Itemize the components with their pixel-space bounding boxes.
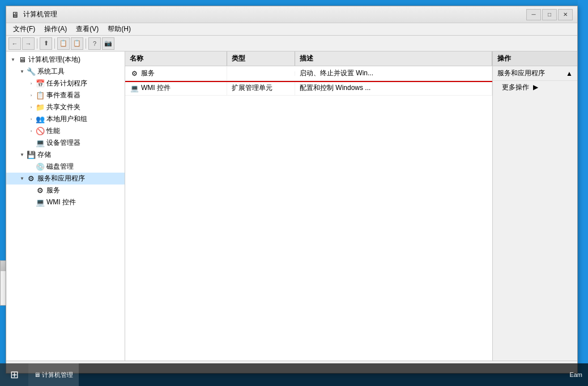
sidebar-item-performance[interactable]: › 🚫 性能 bbox=[6, 125, 125, 137]
row-services-name: ⚙ 服务 bbox=[125, 66, 227, 80]
sidebar-item-root[interactable]: ▼ 🖥 计算机管理(本地) bbox=[6, 54, 125, 66]
row-services-type bbox=[227, 71, 295, 76]
disk-management-icon: 💿 bbox=[36, 162, 45, 171]
sidebar-item-event-viewer[interactable]: › 📋 事件查看器 bbox=[6, 89, 125, 101]
row-wmi-desc: 配置和控制 Windows ... bbox=[295, 81, 492, 95]
sidebar-item-task-scheduler[interactable]: › 📅 任务计划程序 bbox=[6, 78, 125, 89]
sidebar-item-system-tools[interactable]: ▼ 🔧 系统工具 bbox=[6, 66, 125, 78]
minimize-button[interactable]: ─ bbox=[526, 9, 541, 20]
up-button[interactable]: ⬆ bbox=[40, 37, 52, 50]
task-scheduler-toggle: › bbox=[27, 79, 36, 88]
right-panel-section1-icon: ▲ bbox=[566, 70, 573, 78]
services-label: 服务 bbox=[46, 186, 60, 195]
right-panel-header: 操作 bbox=[493, 52, 577, 66]
wmi-toggle bbox=[27, 198, 36, 207]
services-apps-toggle: ▼ bbox=[18, 174, 27, 183]
taskbar-time: Eam bbox=[569, 371, 582, 378]
storage-toggle: ▼ bbox=[18, 151, 27, 160]
sidebar-item-device-manager[interactable]: 💻 设备管理器 bbox=[6, 137, 125, 149]
window-controls: ─ □ ✕ bbox=[526, 9, 573, 20]
performance-label: 性能 bbox=[46, 126, 60, 136]
start-button[interactable]: ⊞ bbox=[0, 363, 28, 386]
list-row-wmi[interactable]: 💻 WMI 控件 扩展管理单元 配置和控制 Windows ... bbox=[125, 81, 492, 96]
sidebar-item-disk-management[interactable]: 💿 磁盘管理 bbox=[6, 161, 125, 173]
event-viewer-label: 事件查看器 bbox=[46, 91, 80, 100]
device-manager-label: 设备管理器 bbox=[46, 138, 80, 148]
shared-folders-label: 共享文件夹 bbox=[46, 102, 80, 112]
performance-toggle: › bbox=[27, 127, 36, 136]
toolbar-separator-1 bbox=[37, 38, 37, 49]
desktop-right-strip bbox=[578, 0, 588, 363]
sidebar-item-wmi[interactable]: 💻 WMI 控件 bbox=[6, 196, 125, 208]
local-users-toggle: › bbox=[27, 115, 36, 124]
services-apps-label: 服务和应用程序 bbox=[37, 174, 85, 183]
sidebar-tree: ▼ 🖥 计算机管理(本地) ▼ 🔧 系统工具 › 📅 任务计划程序 › 📋 事件… bbox=[6, 52, 125, 361]
main-window: 🖥 计算机管理 ─ □ ✕ 文件(F) 操作(A) 查看(V) 帮助(H) ← … bbox=[6, 6, 578, 374]
title-bar-left: 🖥 计算机管理 bbox=[11, 10, 57, 19]
menu-action[interactable]: 操作(A) bbox=[40, 23, 71, 35]
task-scheduler-icon: 📅 bbox=[36, 79, 45, 88]
sidebar-item-shared-folders[interactable]: › 📁 共享文件夹 bbox=[6, 101, 125, 113]
local-users-label: 本地用户和组 bbox=[46, 114, 87, 124]
right-panel-title: 操作 bbox=[497, 54, 511, 63]
right-panel-services-apps-item[interactable]: 服务和应用程序 ▲ bbox=[493, 66, 577, 81]
toolbar-separator-2 bbox=[54, 38, 55, 49]
device-manager-icon: 💻 bbox=[36, 139, 45, 148]
right-panel: 操作 服务和应用程序 ▲ 更多操作 ▶ bbox=[492, 52, 577, 361]
storage-icon: 💾 bbox=[27, 151, 36, 160]
forward-button[interactable]: → bbox=[22, 37, 35, 50]
maximize-button[interactable]: □ bbox=[542, 9, 557, 20]
toolbar-separator-3 bbox=[86, 38, 86, 49]
close-button[interactable]: ✕ bbox=[558, 9, 573, 20]
row-wmi-type: 扩展管理单元 bbox=[227, 81, 295, 95]
shared-folders-toggle: › bbox=[27, 103, 36, 112]
system-tools-icon: 🔧 bbox=[27, 67, 36, 76]
taskbar: ⊞ 🖥 计算机管理 Eam bbox=[0, 363, 588, 386]
storage-label: 存储 bbox=[37, 150, 51, 160]
back-button[interactable]: ← bbox=[8, 37, 21, 50]
show-hide-button[interactable]: 📋 bbox=[57, 37, 70, 50]
toolbar: ← → ⬆ 📋 📋 ? 📷 bbox=[6, 36, 577, 52]
system-tools-label: 系统工具 bbox=[37, 67, 65, 76]
sidebar-item-services[interactable]: ⚙ 服务 bbox=[6, 185, 125, 196]
col-header-name[interactable]: 名称 bbox=[125, 52, 227, 66]
menu-file[interactable]: 文件(F) bbox=[8, 23, 40, 35]
right-panel-section1-label: 服务和应用程序 bbox=[497, 68, 545, 78]
right-panel-more-actions[interactable]: 更多操作 ▶ bbox=[493, 81, 577, 94]
list-body: ⚙ 服务 启动、终止并设置 Win... 💻 WMI 控件 扩展管理单元 配置和… bbox=[125, 66, 492, 361]
right-panel-section2-label: 更多操作 bbox=[502, 83, 529, 91]
services-apps-icon: ⚙ bbox=[27, 174, 36, 183]
system-tools-toggle: ▼ bbox=[18, 67, 27, 76]
sidebar-item-services-apps[interactable]: ▼ ⚙ 服务和应用程序 bbox=[6, 173, 125, 185]
right-panel-section2-icon: ▶ bbox=[533, 83, 538, 91]
center-panel: 名称 类型 描述 ⚙ 服务 启动、终止并设置 Win... bbox=[125, 52, 492, 361]
window-icon: 🖥 bbox=[11, 10, 20, 19]
root-toggle: ▼ bbox=[8, 55, 18, 65]
sidebar-item-local-users[interactable]: › 👥 本地用户和组 bbox=[6, 113, 125, 125]
disk-management-label: 磁盘管理 bbox=[46, 162, 74, 171]
performance-icon: 🚫 bbox=[36, 127, 45, 136]
disk-management-toggle bbox=[27, 162, 36, 171]
root-label: 计算机管理(本地) bbox=[28, 55, 80, 65]
list-row-services[interactable]: ⚙ 服务 启动、终止并设置 Win... bbox=[125, 66, 492, 81]
properties-button[interactable]: 📋 bbox=[71, 37, 83, 50]
wmi-row-icon: 💻 bbox=[130, 84, 139, 93]
sidebar-item-storage[interactable]: ▼ 💾 存储 bbox=[6, 149, 125, 161]
export-button[interactable]: 📷 bbox=[102, 37, 114, 50]
title-bar: 🖥 计算机管理 ─ □ ✕ bbox=[6, 6, 577, 23]
task-scheduler-label: 任务计划程序 bbox=[46, 79, 87, 88]
taskbar-window-item[interactable]: 🖥 计算机管理 bbox=[28, 363, 79, 386]
col-header-type[interactable]: 类型 bbox=[227, 52, 295, 66]
col-header-desc[interactable]: 描述 bbox=[295, 52, 492, 66]
wmi-icon: 💻 bbox=[36, 198, 45, 207]
help-button[interactable]: ? bbox=[88, 37, 101, 50]
services-icon: ⚙ bbox=[36, 186, 45, 195]
device-manager-toggle bbox=[27, 139, 36, 148]
window-title: 计算机管理 bbox=[23, 10, 57, 19]
menu-help[interactable]: 帮助(H) bbox=[103, 23, 135, 35]
taskbar-tray: Eam bbox=[564, 371, 588, 378]
menu-view[interactable]: 查看(V) bbox=[71, 23, 103, 35]
services-toggle bbox=[27, 186, 36, 195]
row-wmi-name: 💻 WMI 控件 bbox=[125, 81, 227, 95]
list-header: 名称 类型 描述 bbox=[125, 52, 492, 66]
